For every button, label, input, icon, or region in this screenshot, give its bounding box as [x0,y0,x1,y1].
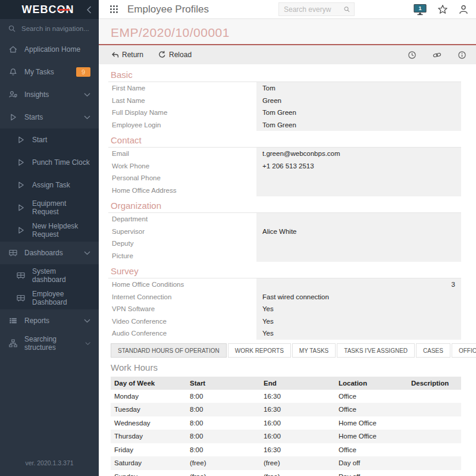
sidebar-item-label: Equipment Request [32,199,90,216]
sidebar-item-new-helpdesk-request[interactable]: New Helpdesk Request [0,219,99,242]
sidebar-item-my-tasks[interactable]: My Tasks 9 [0,61,99,83]
global-search[interactable] [278,2,355,16]
field-label: Supervisor [108,228,256,235]
global-search-input[interactable] [284,5,343,14]
table-row[interactable]: Monday 8:00 16:30 Office [111,390,461,403]
field-value: 3 [256,278,461,291]
history-button[interactable] [408,51,416,60]
field-row: Home Office Conditions 3 [108,278,461,291]
field-value: Yes [256,327,461,340]
sidebar-item-label: Application Home [24,45,80,54]
sidebar-item-system-dashboard[interactable]: System dashboard [0,264,99,287]
sidebar-item-label: Employee Dashboard [32,290,90,306]
field-label: First Name [108,84,256,92]
tab[interactable]: OFFICE DOCUMENTS [452,343,476,358]
sidebar-item-reports[interactable]: Reports [0,309,99,332]
sidebar-item-label: Punch Time Clock [32,158,90,167]
return-button[interactable]: Return [111,51,143,59]
cell-location: Office [335,443,408,457]
notifications-button[interactable]: 1 [413,4,427,15]
cell-description [408,390,461,403]
cell-day: Wednesday [111,416,186,430]
field-label: Personal Phone [108,174,256,181]
version-label: ver. 2020.1.3.371 [0,459,99,476]
chevron-down-icon [85,342,90,346]
link-button[interactable] [432,51,442,60]
tab[interactable]: STANDARD HOURS OF OPERATION [111,343,227,358]
info-button[interactable] [458,51,466,60]
field-value: Tom [256,82,461,95]
field-label: Employee Login [108,121,256,129]
bell-icon [8,67,18,77]
field-label: Audio Conference [108,330,256,337]
field-list: First Name Tom Last Name Green Full Disp… [108,82,461,131]
play-icon [16,180,26,190]
field-row: Internet Connection Fast wired connectio… [108,291,461,303]
tab[interactable]: CASES [416,343,450,358]
sidebar-search-input[interactable] [21,25,91,32]
table-row[interactable]: Thursday 8:00 16:00 Home Office [111,430,461,443]
sidebar-item-application-home[interactable]: Application Home [0,38,99,61]
sidebar-item-equipment-request[interactable]: Equipment Request [0,196,99,219]
cell-location: Home Office [335,416,408,430]
table-row[interactable]: Tuesday 8:00 16:30 Office [111,403,461,416]
toolbar: Return Reload [99,45,476,64]
cell-end: 16:00 [260,416,335,430]
dashboards-submenu: System dashboard Employee Dashboard [0,264,99,309]
reload-button[interactable]: Reload [158,51,192,59]
cell-day: Thursday [111,430,186,443]
table-row[interactable]: Sunday (free) (free) Day off [111,470,461,476]
field-value [256,184,461,197]
user-profile-button[interactable] [458,4,469,15]
sidebar-item-searching-structures[interactable]: Searching structures [0,332,99,355]
cell-start: 8:00 [186,443,260,457]
sidebar-item-label: Insights [24,90,49,99]
dashboard-icon [16,293,26,303]
tab[interactable]: WORK REPORTS [228,343,291,358]
tab[interactable]: MY TASKS [292,343,336,358]
field-list: Department Supervisor Alice White Deputy [108,213,461,262]
sidebar-item-punch-time-clock[interactable]: Punch Time Clock [0,151,99,174]
user-key-icon [8,90,18,99]
sidebar-item-insights[interactable]: Insights [0,83,99,106]
chevron-down-icon [84,251,90,255]
tab[interactable]: TASKS I'VE ASSIGNED [337,343,415,358]
col-header-start: Start [186,377,260,390]
table-row[interactable]: Wednesday 8:00 16:00 Home Office [111,416,461,430]
chevron-down-icon [84,115,90,120]
return-icon [111,51,119,59]
tab-bar: STANDARD HOURS OF OPERATION WORK REPORTS… [99,340,476,358]
field-row: Full Display Name Tom Green [108,107,461,119]
table-row[interactable]: Saturday (free) (free) Day off [111,456,461,470]
toolbar-right-icons [408,51,466,60]
sidebar-search[interactable] [0,19,99,38]
cell-description [408,470,461,476]
field-row: Supervisor Alice White [108,226,461,238]
sidebar-item-start[interactable]: Start [0,129,99,151]
return-label: Return [122,51,143,59]
sidebar: WEBCON Application Home My Tasks 9 Insig… [0,0,99,476]
sidebar-collapse-button[interactable] [86,6,92,14]
logo-bar: WEBCON [0,0,99,19]
sidebar-item-starts[interactable]: Starts [0,106,99,129]
sidebar-item-dashboards[interactable]: Dashboards [0,242,99,264]
sidebar-item-label: System dashboard [32,267,90,284]
table-row[interactable]: Friday 8:00 16:30 Office [111,443,461,457]
field-label: Video Conference [108,318,256,325]
field-value: Tom Green [256,119,461,131]
field-value: Tom Green [256,107,461,119]
sidebar-item-assign-task[interactable]: Assign Task [0,174,99,196]
cell-day: Tuesday [111,403,186,416]
sidebar-item-employee-dashboard[interactable]: Employee Dashboard [0,287,99,309]
task-count-badge: 9 [76,67,90,77]
app-menu-button[interactable] [109,5,118,14]
search-icon [8,24,17,33]
field-row: Personal Phone [108,172,461,184]
chevron-left-icon [86,6,92,14]
topbar-icons: 1 [413,4,469,15]
play-icon [8,112,18,122]
field-label: Deputy [108,240,256,247]
favorites-button[interactable] [437,4,448,15]
field-row: Department [108,213,461,226]
cell-day: Friday [111,443,186,457]
